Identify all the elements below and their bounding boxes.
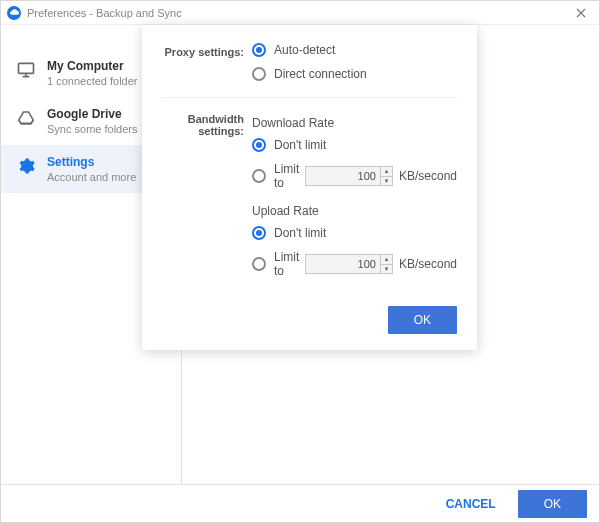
spinner-down-icon[interactable]: ▼ (381, 265, 392, 274)
titlebar: Preferences - Backup and Sync (1, 1, 599, 25)
content-area: Proxy settings: Auto-detect Direct conne… (182, 25, 599, 486)
download-limit-input-wrap: ▲ ▼ (305, 166, 393, 186)
drive-icon (15, 107, 37, 129)
bottom-bar: CANCEL OK (1, 484, 599, 522)
download-limit-input[interactable] (306, 167, 380, 185)
sidebar-item-sub: Account and more (47, 171, 136, 183)
sidebar-item-label: Settings (47, 155, 136, 169)
proxy-direct-option[interactable]: Direct connection (252, 67, 457, 81)
download-limit-unit: KB/second (399, 169, 457, 183)
cancel-button[interactable]: CANCEL (438, 491, 504, 517)
sidebar-item-label: My Computer (47, 59, 138, 73)
upload-dont-limit-option[interactable]: Don't limit (252, 226, 457, 240)
ok-button[interactable]: OK (518, 490, 587, 518)
radio-label: Limit to (274, 250, 301, 278)
svg-rect-0 (19, 63, 34, 73)
spinner-up-icon[interactable]: ▲ (381, 167, 392, 177)
radio-icon[interactable] (252, 226, 266, 240)
spinner-up-icon[interactable]: ▲ (381, 255, 392, 265)
download-limit-to-option[interactable]: Limit to ▲ ▼ KB/second (252, 162, 457, 190)
divider (162, 97, 457, 98)
app-icon (7, 6, 21, 20)
upload-limit-input[interactable] (306, 255, 380, 273)
main-area: My Computer 1 connected folder Google Dr… (1, 25, 599, 486)
spinner-buttons: ▲ ▼ (380, 167, 392, 185)
panel-ok-button[interactable]: OK (388, 306, 457, 334)
sidebar-item-sub: 1 connected folder (47, 75, 138, 87)
proxy-settings-label: Proxy settings: (162, 43, 252, 58)
radio-icon[interactable] (252, 169, 266, 183)
sidebar-item-label: Google Drive (47, 107, 137, 121)
bandwidth-settings-label: Bandwidth settings: (162, 110, 252, 137)
window-title: Preferences - Backup and Sync (27, 7, 182, 19)
radio-label: Limit to (274, 162, 301, 190)
spinner-buttons: ▲ ▼ (380, 255, 392, 273)
sidebar-item-sub: Sync some folders (47, 123, 137, 135)
radio-icon[interactable] (252, 257, 266, 271)
upload-limit-unit: KB/second (399, 257, 457, 271)
upload-rate-title: Upload Rate (252, 204, 457, 218)
spinner-down-icon[interactable]: ▼ (381, 177, 392, 186)
radio-icon[interactable] (252, 43, 266, 57)
download-dont-limit-option[interactable]: Don't limit (252, 138, 457, 152)
download-rate-title: Download Rate (252, 116, 457, 130)
upload-limit-input-wrap: ▲ ▼ (305, 254, 393, 274)
proxy-auto-option[interactable]: Auto-detect (252, 43, 457, 57)
gear-icon (15, 155, 37, 177)
monitor-icon (15, 59, 37, 81)
upload-limit-to-option[interactable]: Limit to ▲ ▼ KB/second (252, 250, 457, 278)
radio-icon[interactable] (252, 67, 266, 81)
radio-label: Auto-detect (274, 43, 335, 57)
radio-icon[interactable] (252, 138, 266, 152)
radio-label: Don't limit (274, 138, 326, 152)
close-button[interactable] (569, 3, 593, 23)
network-settings-panel: Proxy settings: Auto-detect Direct conne… (142, 25, 477, 350)
radio-label: Don't limit (274, 226, 326, 240)
radio-label: Direct connection (274, 67, 367, 81)
